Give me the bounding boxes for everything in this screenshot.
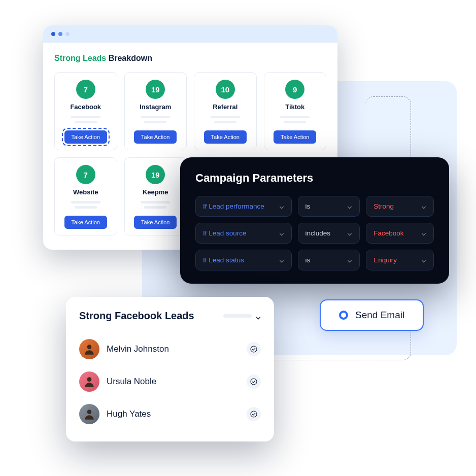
chevron-down-icon	[347, 204, 352, 209]
svg-point-4	[87, 410, 92, 414]
lead-card: 19 Instagram Take Action	[124, 72, 187, 150]
lead-name: Melvin Johnston	[107, 344, 169, 354]
param-operator-label: includes	[305, 229, 331, 237]
svg-point-0	[87, 345, 92, 349]
param-value-label: Facebook	[373, 229, 403, 237]
param-operator-select[interactable]: is	[298, 196, 360, 217]
param-field-label: If Lead source	[203, 229, 247, 237]
lead-name: Ursula Noble	[107, 377, 156, 387]
param-operator-select[interactable]: includes	[298, 223, 360, 244]
breakdown-title-accent: Strong Leads	[54, 54, 106, 62]
lead-source-label: Website	[73, 188, 98, 196]
skeleton-lines	[141, 201, 170, 209]
lead-count-badge: 7	[76, 80, 95, 99]
send-email-button[interactable]: Send Email	[320, 299, 424, 331]
param-value-label: Enquiry	[373, 256, 397, 264]
param-value-select[interactable]: Facebook	[366, 223, 434, 244]
skeleton-lines	[211, 116, 240, 123]
window-dot	[51, 32, 55, 36]
lead-source-label: Facebook	[70, 103, 101, 111]
radio-icon	[339, 311, 348, 320]
connector-line	[365, 96, 411, 167]
skeleton-lines	[71, 201, 100, 209]
breakdown-title-rest: Breakdown	[106, 54, 152, 62]
avatar	[79, 404, 99, 424]
take-action-button[interactable]: Take Action	[134, 216, 177, 229]
param-field-label: If Lead performance	[203, 202, 264, 210]
campaign-parameters-title: Campaign Parameters	[195, 172, 434, 185]
take-action-button[interactable]: Take Action	[64, 130, 107, 144]
check-circle-icon	[247, 407, 261, 421]
param-field-select[interactable]: If Lead performance	[195, 196, 292, 217]
chevron-down-icon	[256, 314, 261, 319]
chevron-down-icon	[279, 204, 284, 209]
dropdown-placeholder	[223, 314, 252, 318]
lead-list-item[interactable]: Melvin Johnston	[79, 333, 261, 365]
lead-list-item[interactable]: Hugh Yates	[79, 398, 261, 430]
lead-card: 7 Facebook Take Action	[54, 72, 117, 150]
strong-leads-card: Strong Facebook Leads Melvin Johnston Ur…	[66, 297, 274, 441]
lead-source-label: Tiktok	[285, 103, 304, 111]
lead-card: 9 Tiktok Take Action	[264, 72, 327, 150]
take-action-button[interactable]: Take Action	[274, 130, 316, 144]
window-titlebar	[43, 25, 337, 43]
param-operator-select[interactable]: is	[298, 250, 360, 270]
skeleton-lines	[141, 116, 170, 123]
chevron-down-icon	[421, 231, 426, 236]
param-operator-label: is	[305, 202, 311, 210]
skeleton-lines	[280, 116, 310, 123]
param-value-select[interactable]: Enquiry	[366, 250, 434, 270]
breakdown-title: Strong Leads Breakdown	[54, 54, 326, 63]
lead-source-label: Referral	[213, 103, 237, 111]
window-dot	[58, 32, 62, 36]
param-row: If Lead source includes Facebook	[195, 223, 434, 244]
avatar	[79, 371, 99, 392]
take-action-button[interactable]: Take Action	[204, 130, 247, 144]
param-value-label: Strong	[373, 202, 394, 210]
send-email-label: Send Email	[355, 310, 404, 321]
avatar	[79, 339, 99, 359]
lead-count-badge: 10	[216, 80, 235, 99]
lead-card: 10 Referral Take Action	[194, 72, 257, 150]
lead-source-label: Instagram	[140, 103, 171, 111]
chevron-down-icon	[421, 204, 426, 209]
chevron-down-icon	[347, 258, 352, 263]
campaign-parameters-card: Campaign Parameters If Lead performance …	[180, 157, 449, 284]
check-circle-icon	[247, 375, 261, 389]
param-value-select[interactable]: Strong	[366, 196, 434, 217]
lead-list-item[interactable]: Ursula Noble	[79, 365, 261, 398]
lead-count-badge: 19	[146, 80, 165, 99]
lead-count-badge: 9	[285, 80, 304, 99]
take-action-button[interactable]: Take Action	[134, 130, 177, 144]
chevron-down-icon	[279, 231, 284, 236]
window-dot	[65, 32, 70, 36]
leads-filter-dropdown[interactable]	[223, 314, 261, 319]
chevron-down-icon	[347, 231, 352, 236]
lead-card: 19 Keepme Take Action	[124, 157, 187, 235]
svg-point-3	[251, 379, 257, 385]
take-action-button[interactable]: Take Action	[64, 216, 107, 229]
lead-name: Hugh Yates	[107, 409, 151, 419]
strong-leads-title: Strong Facebook Leads	[79, 310, 194, 322]
param-operator-label: is	[305, 256, 311, 264]
param-row: If Lead performance is Strong	[195, 196, 434, 217]
param-field-select[interactable]: If Lead source	[195, 223, 292, 244]
svg-point-5	[251, 411, 257, 417]
param-field-select[interactable]: If Lead status	[195, 250, 292, 270]
check-circle-icon	[247, 342, 261, 356]
svg-point-2	[87, 377, 92, 382]
param-row: If Lead status is Enquiry	[195, 250, 434, 270]
lead-card: 7 Website Take Action	[54, 157, 117, 235]
lead-count-badge: 7	[76, 165, 95, 184]
lead-count-badge: 19	[146, 165, 165, 184]
param-field-label: If Lead status	[203, 256, 244, 264]
lead-source-label: Keepme	[143, 188, 168, 196]
svg-point-1	[251, 346, 257, 352]
chevron-down-icon	[279, 258, 284, 263]
chevron-down-icon	[421, 258, 426, 263]
skeleton-lines	[71, 116, 100, 123]
